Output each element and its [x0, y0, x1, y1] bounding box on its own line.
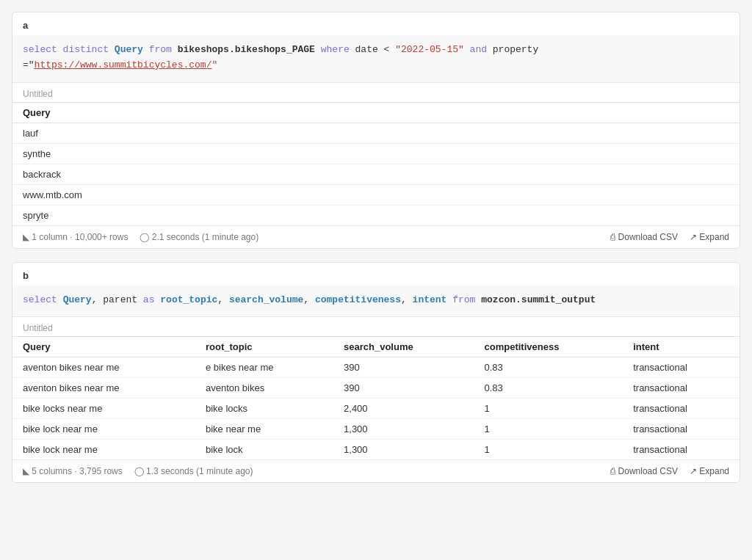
- cell-competitiveness: 1: [474, 419, 623, 440]
- panel-b-scroll[interactable]: Query root_topic search_volume competiti…: [12, 336, 740, 459]
- sql-link-url[interactable]: https://www.summitbicycles.com/: [35, 59, 212, 70]
- panel-a-footer-right: ⎙ Download CSV ↗ Expand: [610, 232, 729, 242]
- cell-query: synthe: [12, 143, 740, 164]
- panel-a-table-title: Untitled: [12, 83, 740, 102]
- panel-b-table-title: Untitled: [12, 317, 740, 336]
- table-row: lauf: [12, 123, 740, 143]
- cell-query: www.mtb.com: [12, 184, 740, 205]
- panel-a-table: Query lauf synthe backrack www.mtb.com s…: [12, 102, 740, 225]
- col-header-root-topic: root_topic: [195, 337, 333, 357]
- sql-id-intent: intent: [413, 294, 447, 305]
- table-row: synthe: [12, 143, 740, 164]
- cell-intent: transactional: [623, 440, 740, 460]
- table-row: bike lock near me bike near me 1,300 1 t…: [12, 419, 740, 440]
- panel-a-scroll[interactable]: Query lauf synthe backrack www.mtb.com s…: [12, 102, 740, 225]
- panel-b-download-csv-button[interactable]: ⎙ Download CSV: [610, 466, 678, 476]
- cell-intent: transactional: [623, 419, 740, 440]
- panel-a-time: ◯ 2.1 seconds (1 minute ago): [140, 232, 258, 242]
- cell-query: bike locks near me: [12, 399, 195, 419]
- panel-b-sql: select Query, parent as root_topic, sear…: [12, 286, 740, 318]
- cell-search-volume: 390: [333, 357, 474, 378]
- sql-kw-select: select distinct: [23, 44, 115, 55]
- sql-id-search-volume: search_volume: [229, 294, 303, 305]
- col-header-query-b: Query: [12, 337, 195, 357]
- panel-a-columns-count: ◣ 1 column · 10,000+ rows: [23, 232, 128, 242]
- panel-a-footer: ◣ 1 column · 10,000+ rows ◯ 2.1 seconds …: [12, 225, 740, 248]
- sql-id-query: Query: [115, 44, 143, 55]
- cell-competitiveness: 0.83: [474, 378, 623, 399]
- sql-table-bikeshops: bikeshops.bikeshops_PAGE: [178, 44, 315, 55]
- table-row: spryte: [12, 205, 740, 225]
- panel-a-download-csv-button[interactable]: ⎙ Download CSV: [610, 232, 678, 242]
- panel-b-footer-right: ⎙ Download CSV ↗ Expand: [610, 466, 729, 476]
- col-header-search-volume: search_volume: [333, 337, 474, 357]
- cell-query: backrack: [12, 164, 740, 184]
- panel-a-sql: select distinct Query from bikeshops.bik…: [12, 35, 740, 83]
- cell-root-topic: bike near me: [195, 419, 333, 440]
- cell-intent: transactional: [623, 357, 740, 378]
- sql-kw-select-b: select: [23, 294, 57, 305]
- sql-kw-and: and: [470, 44, 487, 55]
- sql-kw-from-b: from: [452, 294, 475, 305]
- panel-b-footer: ◣ 5 columns · 3,795 rows ◯ 1.3 seconds (…: [12, 459, 740, 482]
- cell-competitiveness: 0.83: [474, 357, 623, 378]
- table-row: bike lock near me bike lock 1,300 1 tran…: [12, 440, 740, 460]
- panel-b-label: b: [12, 263, 740, 286]
- sql-str-close: ": [212, 59, 217, 70]
- sql-table-mozcon: mozcon.summit_output: [481, 294, 596, 305]
- cell-competitiveness: 1: [474, 440, 623, 460]
- sql-plain-from: [143, 44, 149, 55]
- sql-kw-from: from: [149, 44, 172, 55]
- panel-b-expand-button[interactable]: ↗ Expand: [690, 466, 729, 476]
- cell-query: lauf: [12, 123, 740, 143]
- cell-intent: transactional: [623, 399, 740, 419]
- sql-kw-where: where: [321, 44, 350, 55]
- panel-a: a select distinct Query from bikeshops.b…: [12, 12, 740, 249]
- panel-b-table-wrapper: Query root_topic search_volume competiti…: [12, 336, 740, 459]
- cell-root-topic: bike locks: [195, 399, 333, 419]
- panel-b-columns-count: ◣ 5 columns · 3,795 rows: [23, 466, 123, 476]
- sql-id-root-topic: root_topic: [160, 294, 217, 305]
- table-row: backrack: [12, 164, 740, 184]
- cell-query: bike lock near me: [12, 440, 195, 460]
- cell-query: spryte: [12, 205, 740, 225]
- cell-intent: transactional: [623, 378, 740, 399]
- table-row: www.mtb.com: [12, 184, 740, 205]
- table-row: bike locks near me bike locks 2,400 1 tr…: [12, 399, 740, 419]
- col-header-intent: intent: [623, 337, 740, 357]
- cell-root-topic: aventon bikes: [195, 378, 333, 399]
- panel-b-table: Query root_topic search_volume competiti…: [12, 336, 740, 459]
- sql-id-query-b: Query: [63, 294, 92, 305]
- cell-root-topic: bike lock: [195, 440, 333, 460]
- panel-b: b select Query, parent as root_topic, se…: [12, 262, 740, 484]
- sql-kw-as: as: [143, 294, 155, 305]
- panel-a-table-wrapper: Query lauf synthe backrack www.mtb.com s…: [12, 102, 740, 225]
- table-row: aventon bikes near me e bikes near me 39…: [12, 357, 740, 378]
- sql-str-date: "2022-05-15": [395, 44, 464, 55]
- panel-a-expand-button[interactable]: ↗ Expand: [690, 232, 729, 242]
- cell-competitiveness: 1: [474, 399, 623, 419]
- cell-search-volume: 2,400: [333, 399, 474, 419]
- panel-b-footer-left: ◣ 5 columns · 3,795 rows ◯ 1.3 seconds (…: [23, 466, 253, 476]
- cell-query: aventon bikes near me: [12, 357, 195, 378]
- cell-search-volume: 390: [333, 378, 474, 399]
- sql-id-competitiveness: competitiveness: [315, 294, 401, 305]
- cell-search-volume: 1,300: [333, 440, 474, 460]
- panel-a-footer-left: ◣ 1 column · 10,000+ rows ◯ 2.1 seconds …: [23, 232, 258, 242]
- col-header-query-a: Query: [12, 102, 740, 123]
- panel-b-time: ◯ 1.3 seconds (1 minute ago): [134, 466, 253, 476]
- cell-search-volume: 1,300: [333, 419, 474, 440]
- panel-a-label: a: [12, 12, 740, 35]
- cell-query: aventon bikes near me: [12, 378, 195, 399]
- col-header-competitiveness: competitiveness: [474, 337, 623, 357]
- cell-query: bike lock near me: [12, 419, 195, 440]
- cell-root-topic: e bikes near me: [195, 357, 333, 378]
- table-row: aventon bikes near me aventon bikes 390 …: [12, 378, 740, 399]
